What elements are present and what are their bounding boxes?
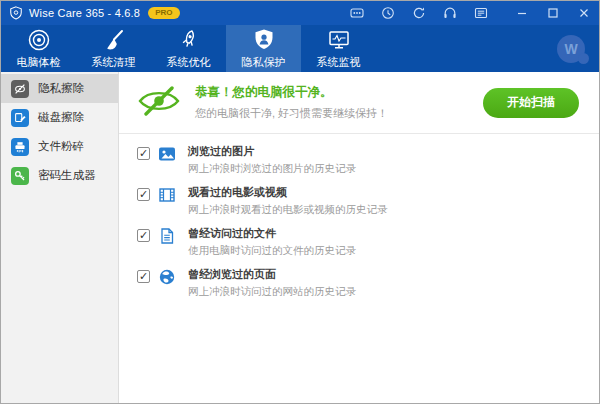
app-logo-shield-icon: [9, 6, 23, 20]
message-icon[interactable]: [341, 1, 372, 25]
tab-label: 电脑体检: [17, 55, 61, 70]
item-text: 曾经浏览过的页面 网上冲浪时访问过的网站的历史记录: [188, 267, 356, 299]
list-item-visited-pages: ✓ 曾经浏览过的页面 网上冲浪时访问过的网站的历史记录: [137, 267, 599, 299]
privacy-shield-icon: [252, 27, 276, 53]
checkbox-accessed-files[interactable]: ✓: [137, 229, 150, 242]
clean-status-text: 恭喜！您的电脑很干净。 您的电脑很干净, 好习惯需要继续保持！: [195, 84, 388, 121]
tab-label: 隐私保护: [242, 55, 286, 70]
eye-slash-green-icon: [137, 86, 181, 120]
tab-label: 系统清理: [92, 55, 136, 70]
item-text: 观看过的电影或视频 网上冲浪时观看过的电影或视频的历史记录: [188, 185, 388, 217]
item-subtitle: 网上冲浪时访问过的网站的历史记录: [188, 285, 356, 299]
privacy-item-list: ✓ 浏览过的图片 网上冲浪时浏览过的图片的历史记录 ✓ 观看过的: [119, 134, 599, 308]
close-icon[interactable]: [568, 1, 599, 25]
checkbox-browsed-images[interactable]: ✓: [137, 147, 150, 160]
item-subtitle: 网上冲浪时观看过的电影或视频的历史记录: [188, 203, 388, 217]
sidebar-item-privacy-eraser[interactable]: 隐私擦除: [1, 74, 118, 103]
main-nav: 电脑体检 系统清理 系统优化 隐私保护 系统监视 W: [1, 25, 599, 72]
item-title: 曾经访问过的文件: [188, 226, 356, 241]
sidebar-item-label: 隐私擦除: [38, 81, 84, 96]
sidebar-item-password-generator[interactable]: 密码生成器: [1, 161, 118, 190]
disk-eraser-icon: [11, 109, 29, 127]
tab-label: 系统优化: [167, 55, 211, 70]
sidebar: 隐私擦除 磁盘擦除 文件粉碎 密码生成器: [1, 72, 119, 403]
content-body: 隐私擦除 磁盘擦除 文件粉碎 密码生成器: [1, 72, 599, 403]
refresh-icon[interactable]: [403, 1, 434, 25]
password-key-icon: [11, 167, 29, 185]
monitor-icon: [327, 27, 351, 53]
film-icon: [158, 186, 176, 204]
item-text: 曾经访问过的文件 使用电脑时访问过的文件的历史记录: [188, 226, 356, 258]
maximize-icon[interactable]: [537, 1, 568, 25]
tab-system-tuneup[interactable]: 系统优化: [151, 25, 226, 72]
clean-status-header: 恭喜！您的电脑很干净。 您的电脑很干净, 好习惯需要继续保持！ 开始扫描: [119, 72, 599, 134]
tab-system-monitor[interactable]: 系统监视: [301, 25, 376, 72]
titlebar-controls: [341, 1, 599, 25]
list-item-accessed-files: ✓ 曾经访问过的文件 使用电脑时访问过的文件的历史记录: [137, 226, 599, 258]
tab-pc-checkup[interactable]: 电脑体检: [1, 25, 76, 72]
account-avatar[interactable]: W: [557, 35, 585, 63]
sidebar-item-label: 文件粉碎: [38, 139, 84, 154]
headset-support-icon[interactable]: [434, 1, 465, 25]
rocket-icon: [177, 27, 201, 53]
sidebar-item-label: 磁盘擦除: [38, 110, 84, 125]
clean-status-title: 恭喜！您的电脑很干净。: [195, 84, 388, 101]
broom-icon: [102, 27, 126, 53]
item-text: 浏览过的图片 网上冲浪时浏览过的图片的历史记录: [188, 144, 356, 176]
list-item-browsed-images: ✓ 浏览过的图片 网上冲浪时浏览过的图片的历史记录: [137, 144, 599, 176]
file-shredder-icon: [11, 138, 29, 156]
sidebar-item-disk-eraser[interactable]: 磁盘擦除: [1, 103, 118, 132]
main-panel: 恭喜！您的电脑很干净。 您的电脑很干净, 好习惯需要继续保持！ 开始扫描 ✓ 浏…: [119, 72, 599, 403]
item-subtitle: 使用电脑时访问过的文件的历史记录: [188, 244, 356, 258]
document-icon: [158, 227, 176, 245]
globe-icon: [158, 268, 176, 286]
window-title: Wise Care 365 - 4.6.8: [29, 7, 140, 19]
titlebar: Wise Care 365 - 4.6.8 PRO: [1, 1, 599, 25]
tab-label: 系统监视: [317, 55, 361, 70]
item-title: 曾经浏览过的页面: [188, 267, 356, 282]
minimize-icon[interactable]: [506, 1, 537, 25]
tab-privacy-protector[interactable]: 隐私保护: [226, 25, 301, 72]
item-subtitle: 网上冲浪时浏览过的图片的历史记录: [188, 162, 356, 176]
checkbox-visited-pages[interactable]: ✓: [137, 270, 150, 283]
item-title: 浏览过的图片: [188, 144, 356, 159]
history-clock-icon[interactable]: [372, 1, 403, 25]
item-title: 观看过的电影或视频: [188, 185, 388, 200]
picture-icon: [158, 145, 176, 163]
checkbox-watched-videos[interactable]: ✓: [137, 188, 150, 201]
list-item-watched-videos: ✓ 观看过的电影或视频 网上冲浪时观看过的电影或视频的历史记录: [137, 185, 599, 217]
tab-system-cleaner[interactable]: 系统清理: [76, 25, 151, 72]
start-scan-button[interactable]: 开始扫描: [483, 88, 579, 118]
pro-badge: PRO: [148, 7, 179, 19]
clean-status-subtitle: 您的电脑很干净, 好习惯需要继续保持！: [195, 106, 388, 121]
avatar-dot: [578, 53, 589, 64]
eye-slash-icon: [11, 80, 29, 98]
sidebar-item-label: 密码生成器: [38, 168, 96, 183]
wise-care-window: Wise Care 365 - 4.6.8 PRO: [0, 0, 600, 404]
sidebar-item-file-shredder[interactable]: 文件粉碎: [1, 132, 118, 161]
checkup-target-icon: [27, 27, 51, 53]
menu-list-icon[interactable]: [465, 1, 496, 25]
